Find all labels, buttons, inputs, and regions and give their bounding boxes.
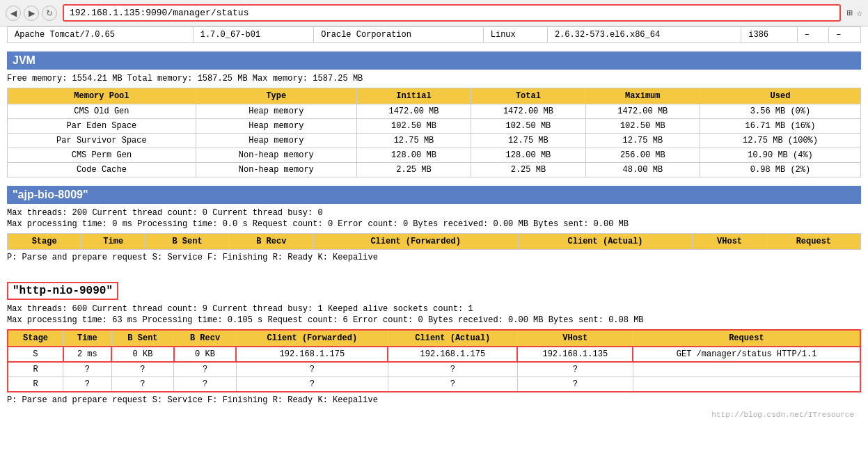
table-cell: 2 ms	[63, 347, 112, 362]
memory-pool-header: Memory Pool	[8, 88, 196, 104]
table-cell: 12.75 MB	[471, 134, 585, 148]
table-cell: Heap memory	[196, 104, 356, 119]
http-thread-info-1: Max threads: 600 Current thread count: 9…	[7, 304, 861, 314]
table-cell: 0.98 MB (2%)	[700, 163, 861, 177]
http-thread-info-2: Max processing time: 63 ms Processing ti…	[7, 315, 861, 325]
info-table: Apache Tomcat/7.0.65 1.7.0_67-b01 Oracle…	[7, 26, 861, 43]
table-cell: ?	[388, 377, 517, 392]
table-cell: CMS Perm Gen	[8, 148, 196, 163]
table-cell: ?	[111, 377, 174, 392]
ajp-request-header: Request	[766, 234, 860, 250]
nav-buttons: ◀ ▶ ↻	[6, 6, 57, 21]
ajp-section-header: "ajp-bio-8009"	[7, 186, 861, 204]
table-cell: 0 KB	[111, 347, 174, 362]
table-cell: ?	[517, 362, 633, 377]
table-cell: 3.56 MB (0%)	[700, 104, 861, 119]
table-cell: 192.168.1.175	[388, 347, 517, 362]
maximum-header: Maximum	[585, 88, 700, 104]
table-row: R??????	[8, 377, 860, 392]
table-cell: 2.25 MB	[356, 163, 471, 177]
table-row: Code CacheNon-heap memory2.25 MB2.25 MB4…	[8, 163, 861, 177]
table-row: R??????	[8, 362, 860, 377]
info-cell-2: Oracle Corporation	[314, 27, 483, 43]
table-cell: ?	[517, 377, 633, 392]
http-vhost-header: VHost	[517, 330, 633, 347]
ajp-thread-info-1: Max threads: 200 Current thread count: 0…	[7, 208, 861, 218]
memory-table-header-row: Memory Pool Type Initial Total Maximum U…	[8, 88, 861, 104]
table-row: CMS Old GenHeap memory1472.00 MB1472.00 …	[8, 104, 861, 119]
initial-header: Initial	[356, 88, 471, 104]
table-cell: 102.50 MB	[585, 119, 700, 134]
table-row: Par Eden SpaceHeap memory102.50 MB102.50…	[8, 119, 861, 134]
table-cell: 48.00 MB	[585, 163, 700, 177]
back-button[interactable]: ◀	[6, 6, 21, 21]
table-cell: 102.50 MB	[356, 119, 471, 134]
ajp-brecv-header: B Recv	[229, 234, 313, 250]
ajp-time-header: Time	[81, 234, 145, 250]
jvm-section-header: JVM	[7, 51, 861, 70]
info-cell-5: i386	[741, 27, 798, 43]
ajp-client-fwd-header: Client (Forwarded)	[313, 234, 518, 250]
table-row: Par Survivor SpaceHeap memory12.75 MB12.…	[8, 134, 861, 148]
type-header: Type	[196, 88, 356, 104]
table-cell: 2.25 MB	[471, 163, 585, 177]
table-cell: 1472.00 MB	[356, 104, 471, 119]
http-table: Stage Time B Sent B Recv Client (Forward…	[7, 329, 861, 392]
table-cell: ?	[174, 377, 237, 392]
refresh-button[interactable]: ↻	[42, 6, 57, 21]
http-brecv-header: B Recv	[174, 330, 237, 347]
used-header: Used	[700, 88, 861, 104]
ajp-table-header-row: Stage Time B Sent B Recv Client (Forward…	[8, 234, 861, 250]
browser-chrome: ◀ ▶ ↻ ⊞ ☆	[0, 0, 868, 26]
http-bsent-header: B Sent	[111, 330, 174, 347]
forward-button[interactable]: ▶	[24, 6, 39, 21]
ajp-thread-info-2: Max processing time: 0 ms Processing tim…	[7, 219, 861, 229]
info-cell-0: Apache Tomcat/7.0.65	[8, 27, 194, 43]
total-header: Total	[471, 88, 585, 104]
ajp-stage-header: Stage	[8, 234, 81, 250]
star-icon: ☆	[857, 7, 862, 19]
table-cell: Non-heap memory	[196, 163, 356, 177]
table-cell: ?	[388, 362, 517, 377]
info-row: Apache Tomcat/7.0.65 1.7.0_67-b01 Oracle…	[8, 27, 861, 43]
ajp-bsent-header: B Sent	[145, 234, 230, 250]
table-row: S2 ms0 KB0 KB192.168.1.175192.168.1.1751…	[8, 347, 860, 362]
info-cell-6: –	[797, 27, 829, 43]
info-cell-7: –	[829, 27, 861, 43]
http-legend: P: Parse and prepare request S: Service …	[7, 395, 861, 405]
table-cell: 1472.00 MB	[471, 104, 585, 119]
http-connector-name: "http-nio-9090"	[7, 282, 118, 300]
watermark: http://blog.csdn.net/ITresource	[7, 411, 861, 419]
table-cell	[633, 362, 860, 377]
http-time-header: Time	[63, 330, 112, 347]
table-cell: 102.50 MB	[471, 119, 585, 134]
table-cell: 128.00 MB	[356, 148, 471, 163]
table-cell: 12.75 MB (100%)	[700, 134, 861, 148]
ajp-client-actual-header: Client (Actual)	[518, 234, 693, 250]
table-cell: 16.71 MB (16%)	[700, 119, 861, 134]
table-cell: 192.168.1.135	[517, 347, 633, 362]
page-content: Apache Tomcat/7.0.65 1.7.0_67-b01 Oracle…	[0, 26, 868, 433]
table-cell: Heap memory	[196, 134, 356, 148]
translate-icon: ⊞	[846, 7, 852, 19]
table-cell: 0 KB	[174, 347, 237, 362]
info-cell-4: 2.6.32-573.el6.x86_64	[547, 27, 741, 43]
address-bar[interactable]	[63, 4, 841, 22]
table-cell: Par Survivor Space	[8, 134, 196, 148]
table-cell: 10.90 MB (4%)	[700, 148, 861, 163]
table-cell: Code Cache	[8, 163, 196, 177]
table-cell: 256.00 MB	[585, 148, 700, 163]
table-cell: CMS Old Gen	[8, 104, 196, 119]
table-row: CMS Perm GenNon-heap memory128.00 MB128.…	[8, 148, 861, 163]
table-cell: S	[8, 347, 63, 362]
http-request-header: Request	[633, 330, 860, 347]
table-cell: R	[8, 377, 63, 392]
table-cell: 1472.00 MB	[585, 104, 700, 119]
table-cell	[633, 377, 860, 392]
table-cell: GET /manager/status HTTP/1.1	[633, 347, 860, 362]
browser-icons: ⊞ ☆	[846, 7, 862, 19]
http-client-actual-header: Client (Actual)	[388, 330, 517, 347]
free-memory-text: Free memory: 1554.21 MB Total memory: 15…	[7, 74, 861, 84]
table-cell: 12.75 MB	[585, 134, 700, 148]
table-cell: 192.168.1.175	[236, 347, 388, 362]
